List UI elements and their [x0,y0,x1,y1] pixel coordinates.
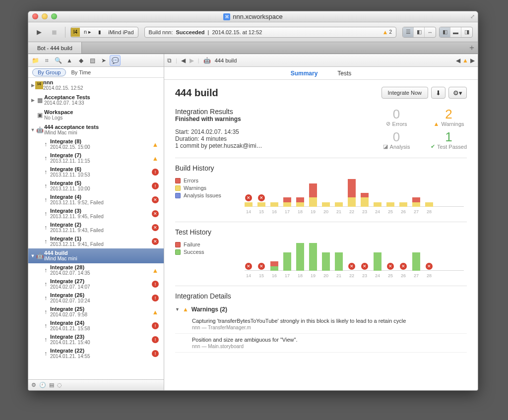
integration-results: Integration Results Finished with warnin… [175,108,467,150]
status-warning-icon: ▲ [152,141,159,148]
log-nav-icon[interactable]: 💬 [111,57,119,64]
version-editor-icon[interactable]: ↔ [425,27,436,37]
tree-a3[interactable]: ↑Integrate (3)2013.12.11. 9:45, Failed✕ [28,207,164,221]
tree-build444[interactable]: ▼🤖444 buildiMind Mac mini [28,248,164,263]
swatch-success-icon [175,249,181,255]
back-icon[interactable]: ◀ [181,57,186,64]
content[interactable]: 444 build Integrate Now ⬇ ⚙▾ Integration… [164,80,478,390]
filter-icon[interactable]: ◌ [57,382,62,388]
nav-tree[interactable]: ▶I4nnn2014.02.15. 12:52 ▶▦Acceptance Tes… [28,78,164,379]
nav-footer: ⚙ 🕘 ▤ ◌ [28,379,164,390]
window-controls [32,13,57,19]
filter-by-group[interactable]: By Group [32,68,66,76]
bottom-panel-icon[interactable]: ▬ [450,27,461,37]
download-button[interactable]: ⬇ [431,87,445,99]
tree-a1[interactable]: ↑Integrate (1)2013.12.11. 9:41, Failed✕ [28,235,164,248]
breakpoint-nav-icon[interactable]: ➤ [100,57,108,64]
check-icon: ✔ [431,143,435,150]
related-items-icon[interactable]: ⧉ [167,57,172,64]
scheme-selector[interactable]: I4 n ▸ ▮ iMind iPad [70,27,138,38]
zoom-icon[interactable] [51,13,57,19]
run-button[interactable]: ▶ [33,27,45,38]
panel-toggle-seg[interactable]: ◧ ▬ ◨ [439,27,473,38]
bot-icon: 🤖 [35,252,44,259]
build-legend: Errors Warnings Analysis Issues [175,176,235,214]
scheme-app-icon: I4 [71,28,80,37]
stop-button[interactable]: ◼ [48,27,60,38]
integrate-now-button[interactable]: Integrate Now [381,87,428,99]
activity-warning-badge[interactable]: ▲ 2 [382,29,392,36]
tree-b28[interactable]: ↑Integrate (28)2014.02.07. 14:35▲ [28,263,164,277]
minimize-icon[interactable] [42,13,48,19]
nav-filters: By Group By Time [28,67,164,78]
add-tab-button[interactable]: ＋ [466,42,478,54]
test-history-title: Test History [175,228,467,236]
results-title: Integration Results [175,108,364,116]
document-icon: ⌘ [223,13,230,20]
toolbar: ▶ ◼ I4 n ▸ ▮ iMind iPad Build nnn: Succe… [28,22,478,42]
settings-menu-button[interactable]: ⚙▾ [448,87,467,99]
swatch-analysis-icon [175,193,181,198]
breadcrumb[interactable]: 444 build [215,58,237,63]
search-nav-icon[interactable]: 🔍 [54,57,62,64]
left-panel-icon[interactable]: ◧ [440,27,450,37]
scheme-device: iMind iPad [104,29,137,35]
activity-time: 2014.02.15. at 12:52 [212,29,262,35]
status-fail-icon: ✕ [152,196,159,203]
tab-bot[interactable]: Bot - 444 build [28,42,82,54]
metric-passed: 1✔Test Passed [431,130,467,150]
tree-workspace[interactable]: ▣WorkspaceNo Logs [28,108,164,122]
titlebar: ⌘ nnn.xcworkspace ⤢ [28,11,478,22]
project-nav-icon[interactable]: 📁 [31,57,39,64]
right-panel-icon[interactable]: ◨ [461,27,472,37]
swatch-warnings-icon [175,185,181,191]
window-title: nnn.xcworkspace [233,13,282,20]
tree-a6[interactable]: ↑Integrate (6)2013.12.11. 10:53! [28,165,164,179]
tree-a5[interactable]: ↑Integrate (5)2013.12.11. 10:00! [28,179,164,193]
app-window: ⌘ nnn.xcworkspace ⤢ ▶ ◼ I4 n ▸ ▮ iMind i… [28,11,478,391]
tab-summary[interactable]: Summary [291,70,318,77]
tree-b25[interactable]: ↑Integrate (25)2014.02.07. 9:58▲ [28,305,164,319]
build-history: Errors Warnings Analysis Issues ✕✕141516… [175,176,467,214]
issue-nav-icon[interactable]: ▲ [65,57,73,64]
tree-a8[interactable]: ↑Integrate (8)2014.02.15. 15:00▲ [28,137,164,151]
filter-by-time[interactable]: By Time [66,69,96,76]
warning-item-1[interactable]: Capturing 'transferBytesToYouTube' stron… [175,315,467,334]
gear-icon[interactable]: ⚙ [31,382,36,388]
tree-b24[interactable]: ↑Integrate (24)2014.01.21. 15:58! [28,319,164,333]
test-nav-icon[interactable]: ◆ [77,57,85,64]
tree-acc444[interactable]: ▼🤖444 acceptance testsiMind Mac mini [28,122,164,137]
symbol-nav-icon[interactable]: ⌗ [43,57,51,64]
tab-tests[interactable]: Tests [337,70,351,77]
fullscreen-icon[interactable]: ⤢ [470,13,475,20]
editor-mode-seg[interactable]: ☰ ◧ ↔ [402,27,436,38]
clock-icon[interactable]: 🕘 [39,382,46,388]
warning-item-2[interactable]: Position and size are ambiguous for "Vie… [175,334,467,353]
tree-acceptance[interactable]: ▶▦Acceptance Tests2014.02.07. 14:33 [28,93,164,108]
tests-icon: ▦ [35,97,44,104]
editor-mode-group: ☰ ◧ ↔ ◧ ▬ ◨ [402,27,473,38]
forward-icon[interactable]: ▶ [190,57,194,64]
next-issue-icon[interactable]: ▶ [470,57,475,64]
tree-b26[interactable]: ↑Integrate (26)2014.02.07. 10:24! [28,291,164,305]
assistant-editor-icon[interactable]: ◧ [414,27,425,37]
build-history-chart: ✕✕141516171819202122232425262728 [245,176,467,214]
tree-a7[interactable]: ↑Integrate (7)2013.12.11. 11:15▲ [28,151,164,165]
standard-editor-icon[interactable]: ☰ [403,27,414,37]
tree-a4[interactable]: ↑Integrate (4)2013.12.11. 9:52, Failed✕ [28,193,164,207]
scope-icon[interactable]: ▤ [49,382,54,388]
details-warnings-header[interactable]: ▼ ▲ Warnings (2) [175,304,467,315]
prev-issue-icon[interactable]: ◀ [456,57,460,64]
tree-nnn[interactable]: ▶I4nnn2014.02.15. 12:52 [28,78,164,93]
tab-bar: Bot - 444 build ＋ [28,42,478,54]
swatch-errors-icon [175,178,181,183]
jump-warning-icon: ▲ [462,57,468,64]
close-icon[interactable] [32,13,38,19]
tree-b23[interactable]: ↑Integrate (23)2014.01.21. 15:40! [28,333,164,347]
tree-b27[interactable]: ↑Integrate (27)2014.02.07. 14:07! [28,277,164,291]
debug-nav-icon[interactable]: ▤ [88,57,96,64]
page-title: 444 build [175,87,218,99]
tree-a2[interactable]: ↑Integrate (2)2013.12.11. 9:43, Failed✕ [28,221,164,235]
warning-icon: ▲ [434,120,440,127]
tree-b22[interactable]: ↑Integrate (22)2014.01.21. 14:55! [28,347,164,360]
